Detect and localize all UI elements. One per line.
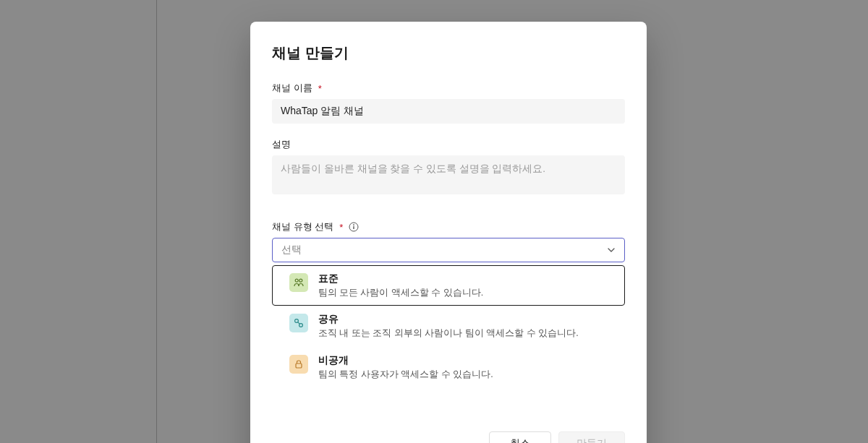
create-channel-modal: 채널 만들기 채널 이름 * 설명 채널 유형 선택 * [250,22,647,443]
option-text: 공유 조직 내 또는 조직 외부의 사람이나 팀이 액세스할 수 있습니다. [318,313,579,340]
svg-point-6 [295,279,298,282]
svg-point-8 [295,319,299,323]
channel-type-field-group: 채널 유형 선택 * 선택 [272,220,625,388]
sidebar-divider [156,0,157,443]
description-label-text: 설명 [272,138,291,151]
modal-title: 채널 만들기 [272,43,625,63]
channel-type-option-standard[interactable]: 표준 팀의 모든 사람이 액세스할 수 있습니다. [272,265,625,306]
channel-name-label: 채널 이름 * [272,82,625,95]
modal-footer: 취소 만들기 [272,431,625,443]
required-asterisk: * [339,222,343,233]
channel-type-placeholder: 선택 [281,244,302,257]
channel-type-option-private[interactable]: 비공개 팀의 특정 사용자가 액세스할 수 있습니다. [272,347,625,388]
option-title: 공유 [318,313,579,326]
option-desc: 팀의 특정 사용자가 액세스할 수 있습니다. [318,369,493,381]
page-background: 채널 만들기 채널 이름 * 설명 채널 유형 선택 * [0,0,868,443]
svg-rect-10 [296,364,302,368]
share-icon [289,314,308,332]
description-field-group: 설명 [272,138,625,197]
option-desc: 팀의 모든 사람이 액세스할 수 있습니다. [318,287,484,299]
cancel-button[interactable]: 취소 [489,431,551,443]
option-text: 표준 팀의 모든 사람이 액세스할 수 있습니다. [318,272,484,299]
channel-type-label: 채널 유형 선택 * [272,220,625,233]
description-label: 설명 [272,138,625,151]
channel-name-field-group: 채널 이름 * [272,82,625,124]
svg-point-7 [299,279,302,282]
option-title: 비공개 [318,354,493,367]
channel-type-dropdown: 표준 팀의 모든 사람이 액세스할 수 있습니다. 공유 조 [272,265,625,388]
description-input[interactable] [272,155,625,194]
create-button[interactable]: 만들기 [558,431,625,443]
svg-point-9 [299,324,303,327]
channel-name-input[interactable] [272,99,625,124]
required-asterisk: * [318,83,322,94]
channel-type-label-text: 채널 유형 선택 [272,220,333,233]
svg-rect-5 [354,226,354,229]
option-desc: 조직 내 또는 조직 외부의 사람이나 팀이 액세스할 수 있습니다. [318,327,579,340]
chevron-down-icon [607,246,616,254]
option-text: 비공개 팀의 특정 사용자가 액세스할 수 있습니다. [318,354,493,381]
people-icon [289,273,308,292]
option-title: 표준 [318,272,484,285]
info-icon[interactable] [349,222,359,232]
channel-type-option-shared[interactable]: 공유 조직 내 또는 조직 외부의 사람이나 팀이 액세스할 수 있습니다. [272,306,625,347]
channel-type-select[interactable]: 선택 [272,238,625,262]
channel-name-label-text: 채널 이름 [272,82,312,95]
svg-point-4 [353,224,354,225]
lock-icon [289,355,308,374]
